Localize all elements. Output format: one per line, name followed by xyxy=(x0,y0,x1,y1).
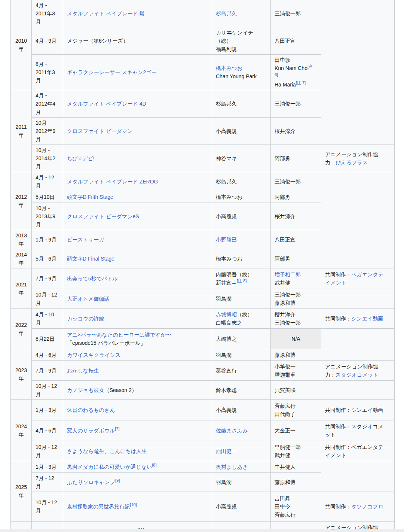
title-link[interactable]: 頭文字D Fifth Stage xyxy=(67,194,113,200)
note-link[interactable]: ぴえろプラス xyxy=(336,159,368,165)
cell-note xyxy=(321,381,395,400)
note-link[interactable]: スタジオコメット xyxy=(336,372,379,378)
cell-note: 共同制作：タツノコプロ xyxy=(321,492,395,522)
cell-text: 10月 - 12月 xyxy=(36,444,57,458)
title-link[interactable]: ギャラクシーレーサー スキャン2ゴー xyxy=(67,69,157,75)
cell-title: クロスファイト ビーダマンeS xyxy=(63,203,212,230)
cell-director: 赤城博昭（総） 白幡良志之 xyxy=(212,309,271,329)
title-link[interactable]: 大正オトメ御伽話 xyxy=(67,296,109,302)
cell-title: 大正オトメ御伽話 xyxy=(63,289,212,309)
footnote-ref-link[interactable]: [注 8] xyxy=(237,279,247,283)
cell-text: 三浦俊一郎 xyxy=(275,101,301,107)
title-link[interactable]: ビーストサーガ xyxy=(67,237,104,243)
cell-text: 葛谷直行 xyxy=(216,368,237,374)
cell-producer: 増子相二郎 武井健 xyxy=(271,268,321,289)
cell-title: クロスファイト ビーダマン xyxy=(63,118,212,145)
cell-director: 羽鳥潤 xyxy=(212,473,271,492)
cell-producer: 三浦俊一郎 xyxy=(271,0,321,27)
note-link[interactable]: タツノコプロ xyxy=(351,504,383,510)
cell-text: 2021年 xyxy=(15,282,27,296)
person-link[interactable]: 佐藤まさふみ xyxy=(216,428,248,434)
footnote-ref-link[interactable]: [8] xyxy=(152,463,156,467)
cell-text: 貝賀美咲 xyxy=(275,387,296,393)
cell-period: 7月 - 9月 xyxy=(32,268,63,289)
cell-text: 10月 - 12月 xyxy=(36,292,57,306)
cell-note: 共同制作：ベガエンタテ イメント xyxy=(321,441,395,461)
person-link[interactable]: 小野勝巳 xyxy=(216,237,237,243)
footnote-ref: [9] xyxy=(115,478,120,483)
cell-period: 4月 - 10月 xyxy=(32,309,63,329)
cell-text: 7月 - 12月 xyxy=(36,475,54,489)
title-link[interactable]: 出会って5秒でバトル xyxy=(67,276,118,282)
cell-text: 小竿俊一 釋迦郡卓 xyxy=(275,364,296,378)
cell-text: 桜井涼介 xyxy=(275,213,296,219)
cell-text: 羽鳥潤 xyxy=(216,479,232,485)
footnote-ref-link[interactable]: [9] xyxy=(115,478,120,483)
cell-text: 共同制作：ベガエンタテ イメント xyxy=(325,444,383,458)
cell-text: 2010年 xyxy=(15,38,27,52)
cell-text: 櫻井洋介 三浦俊一郎 xyxy=(275,311,301,326)
cell-director: 小高義規 xyxy=(212,400,271,420)
title-link[interactable]: ちび☆デビ! xyxy=(67,155,95,161)
cell-producer: 大金正一 xyxy=(271,420,321,441)
cell-text: 「episode15 パラバレーボール」 xyxy=(67,340,146,346)
cell-text: 内藤明吾（総） 新井宣圭 xyxy=(216,271,252,286)
title-link[interactable]: おかしな転生 xyxy=(67,368,99,374)
title-link[interactable]: ふたりソロキャンプ xyxy=(67,479,115,485)
title-link[interactable]: 変人のサラダボウル xyxy=(67,428,115,434)
cell-text: 8月 - 2011年3月 xyxy=(36,61,55,83)
title-link[interactable]: 休日のわるものさん xyxy=(67,407,115,413)
cell-year: 2012年 xyxy=(11,172,32,230)
anime-table-body: 2010年4月 - 2011年3月メタルファイト ベイブレード 爆杉島邦久三浦俊… xyxy=(11,0,395,532)
person-link[interactable]: 杉島邦久 xyxy=(216,10,237,16)
cell-text: 2024年 xyxy=(15,423,27,438)
title-link[interactable]: カノジョも彼女 xyxy=(67,387,104,393)
cell-text: （Season 2） xyxy=(104,387,137,393)
cell-producer: 小竿俊一 釋迦郡卓 xyxy=(271,361,321,381)
cell-producer: 三浦俊一郎 xyxy=(271,172,321,191)
person-link[interactable]: 橋本みつお xyxy=(216,65,242,71)
title-link[interactable]: メタルファイト ベイブレード ZEROG xyxy=(67,179,158,185)
footnote-ref-link[interactable]: [7] xyxy=(115,426,119,431)
cell-producer: 中井健人 xyxy=(271,461,321,473)
person-link[interactable]: 増子相二郎 xyxy=(275,271,301,277)
footnote-ref-link[interactable]: [10] xyxy=(130,502,137,507)
page-bottom-strip xyxy=(0,529,404,532)
cell-text: 小高義規 xyxy=(216,407,237,413)
person-link[interactable]: 奥村よしあき xyxy=(216,464,248,470)
title-link[interactable]: カッコウの許嫁 xyxy=(67,316,104,322)
person-link[interactable]: 赤城博昭 xyxy=(216,311,237,317)
cell-text: 2014年 xyxy=(15,252,27,266)
cell-text: 10月 - 2013年9月 xyxy=(36,205,55,228)
cell-note: アニメーション制作協 力：スタジオコメット xyxy=(321,361,395,381)
person-link[interactable]: 西田健一 xyxy=(216,448,237,454)
cell-text: 10月 - 12月 xyxy=(36,499,57,514)
title-link[interactable]: 黒岩メダカに私の可愛いが通じない xyxy=(67,464,152,470)
title-link[interactable]: クロスファイト ビーダマンeS xyxy=(67,213,139,219)
table-row: 2024年1月 - 3月休日のわるものさん小高義規斉藤広行 田代尚子共同制作：シ… xyxy=(11,400,395,420)
title-link[interactable]: カワイスギクライシス xyxy=(67,352,120,358)
note-link[interactable]: シンエイ動画 xyxy=(351,316,383,322)
cell-text: 橋本みつお xyxy=(216,256,242,262)
cell-director: 鈴木孝聡 xyxy=(212,381,271,400)
cell-period: 7月 - 9月 xyxy=(32,361,63,381)
cell-title: ビーストサーガ xyxy=(63,230,212,249)
title-link[interactable]: メタルファイト ベイブレード 爆 xyxy=(67,10,145,16)
cell-text: 吉田昇一 田中令 斉藤広行 xyxy=(275,495,296,518)
title-link[interactable]: クロスファイト ビーダマン xyxy=(67,128,133,134)
cell-title: おかしな転生 xyxy=(63,361,212,381)
title-link[interactable]: 頭文字D Final Stage xyxy=(67,256,114,262)
cell-text: 羽鳥潤 xyxy=(216,296,232,302)
cell-text: 小高義規 xyxy=(216,504,237,510)
cell-title: さようなら竜生、こんにちは人生 xyxy=(63,441,212,461)
title-link[interactable]: メタルファイト ベイブレード 4D xyxy=(67,101,146,107)
cell-text: 共同制作：スタジオコメ ット xyxy=(325,423,383,438)
title-link[interactable]: 素材採取家の異世界旅行記 xyxy=(67,504,130,510)
title-link[interactable]: アニ×パラ〜あなたのヒーローは誰ですか〜 xyxy=(67,332,171,338)
footnote-ref-link[interactable]: [注 7] xyxy=(296,80,306,85)
title-link[interactable]: さようなら竜生、こんにちは人生 xyxy=(67,448,147,454)
cell-text: 2023年 xyxy=(15,367,27,381)
cell-producer: 貝賀美咲 xyxy=(271,381,321,400)
page: 2010年4月 - 2011年3月メタルファイト ベイブレード 爆杉島邦久三浦俊… xyxy=(0,0,404,532)
cell-title: 出会って5秒でバトル xyxy=(63,268,212,289)
